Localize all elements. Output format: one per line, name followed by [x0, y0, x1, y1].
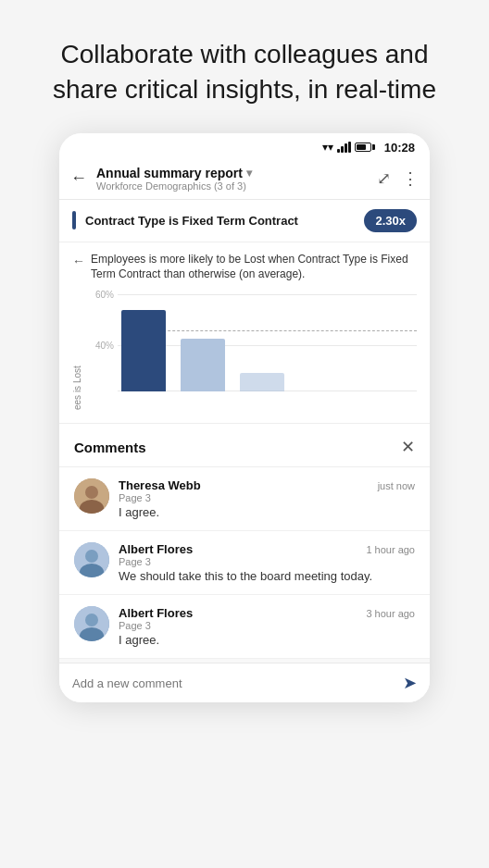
comments-title: Comments: [74, 440, 146, 455]
status-icons: ▾▾ 10:28: [322, 141, 415, 155]
hero-heading: Collaborate with colleagues and share cr…: [0, 0, 489, 133]
svg-point-4: [85, 550, 98, 563]
comment-body: Albert Flores 1 hour ago Page 3 We shoul…: [119, 542, 415, 583]
phone-mockup: ▾▾ 10:28 ← Annual summary report: [59, 133, 430, 703]
comment-page: Page 3: [119, 620, 415, 631]
comment-header-row: Theresa Webb just now: [119, 478, 415, 492]
comment-name: Albert Flores: [119, 542, 193, 556]
comment-time: just now: [378, 480, 415, 491]
bar-extra: [240, 373, 284, 391]
wifi-icon: ▾▾: [322, 141, 333, 154]
chart-container: ees is Lost 60% 40%: [72, 290, 417, 410]
close-comments-button[interactable]: ✕: [401, 437, 415, 457]
comments-section: Comments ✕ Theresa Webb just now Page 3 …: [59, 424, 430, 702]
comment-text: I agree.: [119, 505, 415, 519]
chart-back-row: ← Employees is more likely to be Lost wh…: [72, 252, 417, 283]
new-comment-row: ➤: [59, 663, 430, 702]
avatar: [74, 606, 109, 641]
comments-header: Comments ✕: [59, 424, 430, 467]
chart-description: Employees is more likely to be Lost when…: [91, 252, 417, 283]
insight-banner: Contract Type is Fixed Term Contract 2.3…: [59, 200, 430, 242]
battery-icon: [355, 143, 375, 152]
bars-row: [121, 290, 417, 391]
back-button[interactable]: ←: [70, 168, 87, 188]
insight-badge: 2.30x: [364, 209, 417, 232]
status-time: 10:28: [384, 141, 415, 155]
gridline-40-label: 40%: [88, 341, 114, 351]
expand-icon[interactable]: ⤢: [377, 168, 391, 189]
chart-bars-section: 60% 40%: [88, 290, 417, 410]
avatar: [74, 478, 109, 514]
nav-title: Annual summary report ▾: [96, 166, 377, 180]
chart-area: ← Employees is more likely to be Lost wh…: [59, 242, 430, 425]
comment-item: Albert Flores 3 hour ago Page 3 I agree.: [59, 595, 430, 659]
new-comment-input[interactable]: [72, 676, 395, 690]
avatar: [74, 542, 109, 577]
comment-body: Theresa Webb just now Page 3 I agree.: [119, 478, 415, 519]
comment-item: Albert Flores 1 hour ago Page 3 We shoul…: [59, 531, 430, 595]
comment-text: We should take this to the board meeting…: [119, 569, 415, 583]
comment-name: Theresa Webb: [119, 478, 201, 492]
comment-body: Albert Flores 3 hour ago Page 3 I agree.: [119, 606, 415, 647]
signal-icon: [337, 142, 351, 153]
comment-time: 3 hour ago: [366, 608, 415, 619]
nav-title-dropdown-icon[interactable]: ▾: [246, 167, 252, 180]
insight-text: Contract Type is Fixed Term Contract: [85, 214, 355, 228]
comment-page: Page 3: [119, 556, 415, 567]
comment-header-row: Albert Flores 3 hour ago: [119, 606, 415, 620]
chart-back-arrow[interactable]: ←: [72, 254, 85, 268]
comment-header-row: Albert Flores 1 hour ago: [119, 542, 415, 556]
gridline-60-label: 60%: [88, 290, 114, 300]
bar-otherwise: [181, 339, 225, 391]
send-comment-button[interactable]: ➤: [403, 673, 417, 693]
comment-text: I agree.: [119, 633, 415, 647]
comment-item: Theresa Webb just now Page 3 I agree.: [59, 467, 430, 531]
bar-fixed-term: [121, 310, 166, 391]
status-bar: ▾▾ 10:28: [59, 133, 430, 158]
comment-name: Albert Flores: [119, 606, 193, 620]
y-axis-label: ees is Lost: [72, 290, 82, 410]
nav-actions: ⤢ ⋮: [377, 168, 419, 189]
svg-point-1: [85, 486, 98, 499]
nav-subtitle: Workforce Demographics (3 of 3): [96, 180, 377, 192]
comment-time: 1 hour ago: [366, 544, 415, 555]
nav-title-text: Annual summary report: [96, 166, 243, 180]
svg-point-7: [85, 614, 98, 626]
nav-title-group: Annual summary report ▾ Workforce Demogr…: [96, 166, 377, 192]
more-icon[interactable]: ⋮: [402, 168, 419, 189]
comment-page: Page 3: [119, 492, 415, 503]
insight-bar-decoration: [72, 211, 76, 229]
nav-bar: ← Annual summary report ▾ Workforce Demo…: [59, 158, 430, 200]
